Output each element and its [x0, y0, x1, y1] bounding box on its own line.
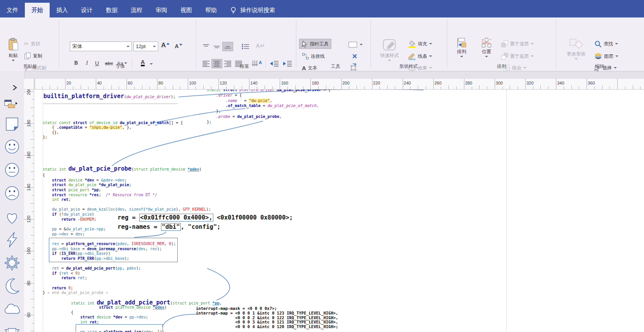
bold-button[interactable]: B [71, 59, 81, 68]
stencil-shape-smiley-face[interactable] [3, 137, 21, 156]
stencil-shape-neutral-face[interactable] [3, 161, 21, 179]
code-block-of_match[interactable]: static const struct of_device_id dw_plat… [43, 121, 183, 140]
ruler-label: 60 [26, 313, 31, 317]
paste-button[interactable]: 粘贴 [4, 38, 23, 61]
grow-font-button[interactable]: A [161, 41, 170, 50]
align-bottom-button[interactable] [223, 42, 233, 51]
code-line: return 0; [43, 286, 211, 291]
ruler-label: 260 [435, 81, 441, 85]
code-block-builtin[interactable]: builtin_platform_driver(dw_plat_pcie_dri… [43, 93, 175, 100]
code-block-dt_reg[interactable]: reg = <0x01ffc000 0x4000>, <0x01f00000 0… [118, 214, 293, 232]
moon-icon [3, 277, 21, 296]
stencil-window-button[interactable] [4, 99, 18, 111]
align-top-icon [202, 43, 210, 50]
code-line: <0 0 0 3 &intc 0 121 IRQ_TYPE_LEVEL_HIGH… [196, 320, 338, 324]
ruler-tick [32, 307, 34, 308]
ruler-tick [57, 86, 58, 89]
code-line: return PTR_ERR(pp->dbi_base); [43, 256, 211, 261]
stencil-shape-note[interactable] [3, 115, 21, 134]
align-shapes-button[interactable]: 排列 [451, 38, 473, 57]
find-button[interactable]: 查找 [594, 39, 618, 48]
quick-styles-icon [382, 38, 397, 52]
align-middle-button[interactable] [212, 42, 222, 51]
tab-设计[interactable]: 设计 [74, 3, 99, 17]
ruler-tick [265, 85, 265, 89]
send-to-back-button[interactable]: 置于底层 [501, 52, 534, 61]
code-line: res = platform_get_resource(pdev, IORESO… [43, 242, 211, 247]
quick-styles-button[interactable]: 快速样式 [373, 38, 406, 61]
layers-button[interactable]: 图层 [594, 52, 618, 61]
tab-审阅[interactable]: 审阅 [149, 3, 174, 17]
rotate-text-button[interactable]: A↵ [255, 42, 265, 50]
expand-panel-button[interactable] [12, 85, 17, 92]
position-button[interactable]: 位置 [476, 38, 497, 57]
shrink-font-button[interactable]: A [174, 42, 183, 51]
stencil-shape-moon[interactable] [3, 277, 21, 296]
stencil-shape-cloud[interactable] [3, 300, 21, 318]
code-block-dt_interrupt[interactable]: interrupt-map-mask = <0 0 0 0x7>;interru… [196, 306, 338, 329]
code-line: return ret; [43, 276, 211, 281]
align-center-button[interactable] [212, 59, 222, 68]
tab-插入[interactable]: 插入 [50, 3, 74, 17]
change-shape-button[interactable]: 更改形状 [560, 38, 592, 60]
align-center-icon [213, 60, 221, 67]
ruler-tick [540, 85, 541, 89]
code-block-driver_struct[interactable]: static struct platform_driver dw_plat_pc… [207, 90, 331, 125]
ruler-tick [173, 85, 173, 89]
tell-me-search[interactable]: 操作说明搜索 [223, 3, 281, 17]
italic-button[interactable]: I [82, 59, 92, 68]
tab-文件[interactable]: 文件 [0, 3, 25, 17]
change-shape-icon [568, 38, 584, 50]
stencil-shape-heart[interactable] [3, 208, 21, 226]
ruler-tick [609, 86, 610, 89]
ruler-tick [410, 86, 410, 89]
fill-icon [408, 40, 416, 48]
ruler-tick [433, 79, 434, 89]
bullets-button[interactable] [241, 42, 251, 51]
stencil-shape-banner[interactable] [3, 318, 21, 332]
ruler-tick [165, 86, 165, 89]
ruler-tick [548, 86, 549, 89]
drawing-page[interactable]: builtin_platform_driver(dw_plat_pcie_dri… [34, 90, 644, 332]
fill-button[interactable]: 填充 [408, 39, 432, 48]
stencil-shape-frown-face[interactable] [3, 184, 21, 202]
ruler-tick [111, 85, 112, 89]
ruler-tick [594, 86, 595, 89]
increase-indent-button[interactable] [282, 59, 293, 68]
tab-帮助[interactable]: 帮助 [199, 3, 223, 17]
ruler-tick [456, 86, 457, 89]
tab-流程[interactable]: 流程 [124, 3, 149, 17]
font-size-combo[interactable]: 12pt [133, 42, 158, 51]
font-color-caret[interactable] [149, 59, 154, 69]
ruler-tick [73, 86, 73, 89]
align-bottom-icon [224, 43, 232, 50]
pointer-tool-button[interactable]: 指针工具 [299, 39, 331, 48]
ribbon: 粘贴 ✂ 剪切 复制 格式刷 剪贴板 宋体 12pt A A B I U abc… [0, 17, 644, 71]
group-divider [370, 20, 371, 68]
copy-button[interactable]: 复制 [24, 51, 42, 61]
font-family-combo[interactable]: 宋体 [70, 42, 132, 51]
draw-rectangle-button[interactable] [348, 40, 363, 49]
bring-to-front-button[interactable]: 置于顶层 [501, 39, 534, 48]
connector-tool-button[interactable]: 连接线 [302, 52, 325, 61]
tab-开始[interactable]: 开始 [25, 3, 50, 17]
code-line: interrupt-map = <0 0 0 1 &intc 0 123 IRQ… [196, 311, 338, 315]
decrease-indent-button[interactable] [268, 59, 280, 68]
stencil-shape-lightning-bolt[interactable] [3, 230, 21, 249]
underline-button[interactable]: U [92, 59, 102, 68]
delete-connection-button[interactable]: ✕ [350, 52, 359, 61]
ruler-tick [32, 291, 34, 291]
line-button[interactable]: 线条 [408, 52, 432, 61]
group-label-shape-styles: 形状样式 [389, 63, 428, 70]
tab-数据[interactable]: 数据 [99, 3, 124, 17]
stencil-shape-sun[interactable] [3, 254, 21, 272]
ruler-tick [318, 86, 319, 89]
align-top-button[interactable] [201, 42, 211, 51]
group-label-font: 字体 [101, 63, 140, 70]
align-left-button[interactable] [201, 59, 211, 68]
text-tool-button[interactable]: A 文本 [302, 63, 317, 73]
tab-视图[interactable]: 视图 [174, 3, 199, 17]
group-divider [556, 20, 556, 68]
ruler-label: 180 [26, 120, 31, 127]
cut-button[interactable]: ✂ 剪切 [24, 39, 40, 48]
